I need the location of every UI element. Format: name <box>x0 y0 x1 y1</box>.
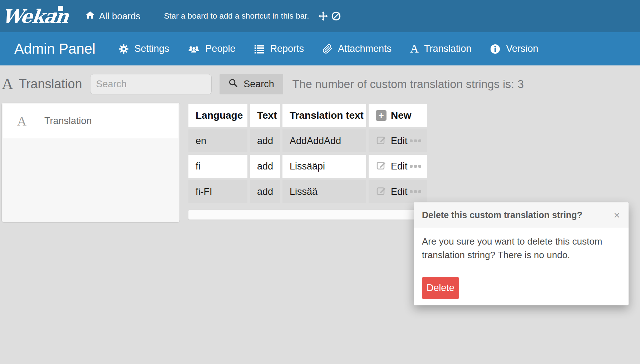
top-header-bar: Wekan All boards Star a board to add a s… <box>0 0 640 32</box>
search-input[interactable] <box>90 74 212 94</box>
all-boards-label: All boards <box>99 11 141 22</box>
logo-square-decoration <box>54 13 57 16</box>
column-header-translation-text: Translation text <box>282 104 366 127</box>
cell-text: add <box>250 155 280 178</box>
search-button[interactable]: Search <box>220 74 283 94</box>
wekan-logo[interactable]: Wekan <box>1 1 72 31</box>
ellipsis-menu-icon[interactable] <box>410 190 421 193</box>
dialog-header: Delete this custom translation string? × <box>414 202 629 228</box>
pencil-square-icon <box>376 185 387 198</box>
cell-text: add <box>250 129 280 152</box>
letter-a-icon: A <box>17 115 26 128</box>
info-circle-icon <box>490 44 501 54</box>
cell-language: en <box>188 129 247 152</box>
search-icon <box>228 78 238 90</box>
page-title: Translation <box>19 77 82 92</box>
logo-square-decoration <box>58 6 63 11</box>
column-header-text: Text <box>250 104 280 127</box>
close-icon[interactable]: × <box>614 210 620 221</box>
nav-item-label: People <box>205 43 235 54</box>
nav-item-settings[interactable]: Settings <box>118 43 169 54</box>
table-row: fi-FI add Lissää Edit <box>188 180 427 203</box>
table-row: en add AddAddAdd Edit <box>188 129 427 152</box>
letter-a-icon: A <box>410 43 419 55</box>
sidebar-item-translation[interactable]: A Translation <box>3 104 178 138</box>
table-header-row: Language Text Translation text + New <box>188 104 427 127</box>
edit-button[interactable]: Edit <box>376 185 408 198</box>
cell-translation-text: Lissää <box>282 180 366 203</box>
search-button-label: Search <box>243 79 274 90</box>
sidebar-item-label: Translation <box>44 115 92 127</box>
nav-item-label: Version <box>506 43 538 54</box>
ellipsis-menu-icon[interactable] <box>410 165 421 168</box>
all-boards-link[interactable]: All boards <box>85 10 141 23</box>
admin-panel-title: Admin Panel <box>14 41 95 57</box>
people-icon <box>188 44 200 54</box>
new-translation-button[interactable]: + New <box>376 110 427 121</box>
ellipsis-menu-icon[interactable] <box>410 139 421 142</box>
cell-language: fi <box>188 155 247 178</box>
cell-translation-text: Lissääpi <box>282 155 366 178</box>
delete-confirmation-dialog: Delete this custom translation string? ×… <box>414 202 629 305</box>
ban-icon[interactable] <box>331 11 341 21</box>
admin-nav-bar: Admin Panel Settings <box>0 32 640 65</box>
nav-item-label: Translation <box>424 43 472 54</box>
table-row: fi add Lissääpi Edit <box>188 155 427 178</box>
paperclip-icon <box>323 44 333 54</box>
column-header-language: Language <box>188 104 247 127</box>
nav-item-version[interactable]: Version <box>490 43 538 54</box>
dialog-title: Delete this custom translation string? <box>422 210 582 220</box>
edit-button-label: Edit <box>391 186 408 197</box>
plus-square-icon: + <box>376 110 387 121</box>
edit-button[interactable]: Edit <box>376 160 408 173</box>
edit-button-label: Edit <box>391 136 408 147</box>
dialog-message: Are you sure you want to delete this cus… <box>422 235 619 262</box>
edit-button-label: Edit <box>391 161 408 172</box>
cell-text: add <box>250 180 280 203</box>
edit-button[interactable]: Edit <box>376 134 408 148</box>
move-handle-icon[interactable] <box>318 11 329 21</box>
translation-toolbar: A Translation Search The number of custo… <box>0 65 640 103</box>
horizontal-scrollbar-track[interactable] <box>188 210 425 220</box>
nav-item-attachments[interactable]: Attachments <box>323 43 392 54</box>
cell-language: fi-FI <box>188 180 247 203</box>
nav-item-label: Settings <box>134 43 169 54</box>
pencil-square-icon <box>376 160 387 173</box>
nav-item-label: Attachments <box>338 43 392 54</box>
delete-button[interactable]: Delete <box>422 277 459 299</box>
nav-item-label: Reports <box>270 43 304 54</box>
translation-sidebar: A Translation <box>2 103 179 222</box>
cell-translation-text: AddAddAdd <box>282 129 366 152</box>
list-icon <box>254 44 265 54</box>
star-board-hint: Star a board to add a shortcut in this b… <box>164 11 309 21</box>
nav-item-translation[interactable]: A Translation <box>410 43 471 55</box>
translation-count-text: The number of custom translation strings… <box>292 78 524 91</box>
pencil-square-icon <box>376 134 387 148</box>
dialog-body: Are you sure you want to delete this cus… <box>414 228 629 299</box>
nav-item-people[interactable]: People <box>188 43 235 54</box>
letter-a-icon: A <box>2 76 13 92</box>
translation-table: Language Text Translation text + New en … <box>186 102 429 206</box>
gear-icon <box>118 44 129 54</box>
main-content: A Translation Language Text Translation … <box>0 103 640 364</box>
nav-item-reports[interactable]: Reports <box>254 43 304 54</box>
home-icon <box>85 10 95 23</box>
new-button-label: New <box>391 110 412 121</box>
